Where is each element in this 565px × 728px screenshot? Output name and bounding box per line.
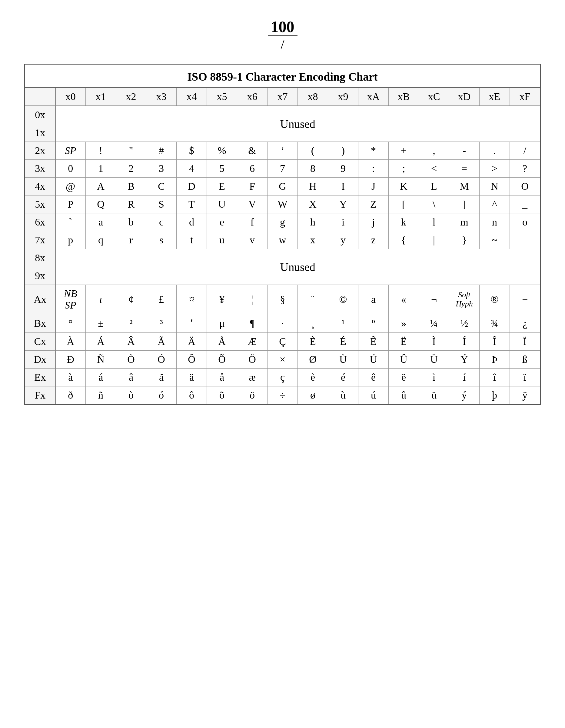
table-cell: ê [358, 369, 389, 386]
table-cell: Ç [268, 333, 298, 351]
table-cell: g [268, 213, 298, 231]
page-header: 100 / [24, 18, 541, 52]
table-cell: ° [55, 314, 86, 333]
table-cell: % [207, 142, 237, 160]
table-cell: ¤ [177, 285, 207, 314]
table-cell: ¼ [419, 314, 449, 333]
table-cell: − [510, 285, 540, 314]
table-cell: @ [55, 178, 86, 195]
table-cell: D [177, 178, 207, 195]
table-cell: Õ [207, 351, 237, 369]
table-cell: á [86, 369, 116, 386]
table-cell: ½ [449, 314, 480, 333]
table-cell: J [358, 178, 389, 195]
chart-title: ISO 8859-1 Character Encoding Chart [25, 65, 540, 88]
table-cell: NBSP [55, 285, 86, 314]
table-cell: s [146, 231, 177, 249]
table-cell: Ø [298, 351, 328, 369]
table-cell: \ [419, 195, 449, 213]
table-cell: ^ [480, 195, 510, 213]
table-cell: K [389, 178, 419, 195]
table-cell: q [86, 231, 116, 249]
table-cell: B [116, 178, 146, 195]
table-row: 7xpqrstuvwxyz{|}~ [25, 231, 540, 249]
table-cell: ³ [146, 314, 177, 333]
table-cell: ? [510, 160, 540, 178]
row-label: 8x [25, 249, 55, 267]
table-cell: Á [86, 333, 116, 351]
table-cell: x [298, 231, 328, 249]
table-cell: ð [55, 386, 86, 404]
table-cell: Û [389, 351, 419, 369]
table-cell: ý [449, 386, 480, 404]
col-x4: x4 [177, 88, 207, 106]
table-cell: _ [510, 195, 540, 213]
table-cell: ] [449, 195, 480, 213]
table-cell: þ [480, 386, 510, 404]
table-cell: n [480, 213, 510, 231]
table-row: 3x0123456789:;<=>? [25, 160, 540, 178]
col-x2: x2 [116, 88, 146, 106]
page-slash: / [24, 37, 541, 52]
table-cell: l [419, 213, 449, 231]
col-x6: x6 [237, 88, 268, 106]
table-cell: 8 [298, 160, 328, 178]
table-cell: & [237, 142, 268, 160]
row-label: 5x [25, 195, 55, 213]
table-cell: m [449, 213, 480, 231]
table-cell: é [328, 369, 358, 386]
table-cell: V [237, 195, 268, 213]
col-xD: xD [449, 88, 480, 106]
table-cell: È [298, 333, 328, 351]
table-cell: ì [419, 369, 449, 386]
page-number: 100 [268, 18, 297, 36]
table-cell: å [207, 369, 237, 386]
table-cell: £ [146, 285, 177, 314]
encoding-table: x0 x1 x2 x3 x4 x5 x6 x7 x8 x9 xA xB xC x… [25, 88, 540, 404]
table-cell: R [116, 195, 146, 213]
table-cell: ç [268, 369, 298, 386]
col-x9: x9 [328, 88, 358, 106]
table-cell: ÿ [510, 386, 540, 404]
table-cell: d [177, 213, 207, 231]
table-row: 4x@ABCDEFGHIJKLMNO [25, 178, 540, 195]
table-cell: O [510, 178, 540, 195]
table-cell: ¶ [237, 314, 268, 333]
table-cell: + [389, 142, 419, 160]
col-xB: xB [389, 88, 419, 106]
table-cell: ö [237, 386, 268, 404]
table-cell: 0 [55, 160, 86, 178]
table-cell: ú [358, 386, 389, 404]
table-row: 2xSP!"#$%&‘()*+,-./ [25, 142, 540, 160]
col-x1: x1 [86, 88, 116, 106]
table-cell: ‘ [268, 142, 298, 160]
table-cell: > [480, 160, 510, 178]
row-label: Cx [25, 333, 55, 351]
table-cell: · [268, 314, 298, 333]
table-cell: ! [86, 142, 116, 160]
table-cell: Â [116, 333, 146, 351]
col-x7: x7 [268, 88, 298, 106]
row-label: Dx [25, 351, 55, 369]
table-cell: 7 [268, 160, 298, 178]
table-cell: ¢ [116, 285, 146, 314]
table-cell: § [268, 285, 298, 314]
col-x5: x5 [207, 88, 237, 106]
col-xC: xC [419, 88, 449, 106]
table-cell: a [358, 285, 389, 314]
col-x0: x0 [55, 88, 86, 106]
table-cell: ü [419, 386, 449, 404]
table-cell: a [86, 213, 116, 231]
table-cell: r [116, 231, 146, 249]
table-cell: Þ [480, 351, 510, 369]
table-cell: ã [146, 369, 177, 386]
table-cell: Ï [510, 333, 540, 351]
table-cell: ® [480, 285, 510, 314]
table-cell: ä [177, 369, 207, 386]
table-cell: $ [177, 142, 207, 160]
chart-container: ISO 8859-1 Character Encoding Chart x0 x… [24, 64, 541, 405]
table-cell [510, 231, 540, 249]
table-cell: L [419, 178, 449, 195]
table-cell: ; [389, 160, 419, 178]
table-cell: Ú [358, 351, 389, 369]
